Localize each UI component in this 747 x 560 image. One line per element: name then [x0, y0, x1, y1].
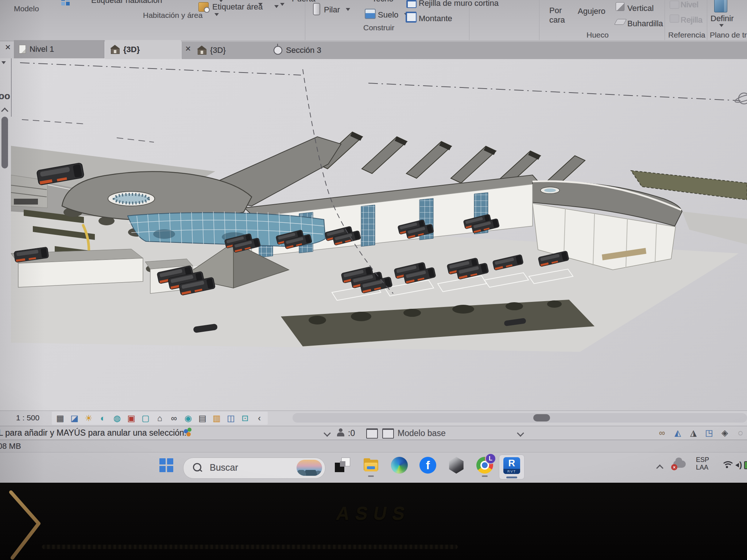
tab-seccion-3[interactable]: Sección 3: [274, 42, 321, 59]
scroll-up-icon[interactable]: [1, 108, 8, 115]
drag-elements-on-selection-icon[interactable]: ◈: [719, 427, 731, 439]
gem-app-icon[interactable]: [448, 457, 465, 474]
visual-style-icon[interactable]: ◪: [68, 412, 81, 424]
volume-icon[interactable]: [735, 461, 745, 469]
battery-icon[interactable]: [744, 461, 747, 469]
reveal-hidden-elements-icon[interactable]: ∞: [168, 412, 180, 424]
set-workplane-button[interactable]: Definir: [711, 14, 734, 23]
vertical-opening-button[interactable]: Vertical: [627, 4, 654, 13]
shadows-icon[interactable]: ◐: [97, 412, 109, 424]
start-button[interactable]: [159, 458, 173, 472]
chevron-down-icon[interactable]: [517, 429, 524, 437]
tab-3d-active[interactable]: {3D}: [105, 40, 181, 59]
horizontal-scrollbar[interactable]: [293, 413, 747, 423]
reveal-constraints-icon[interactable]: ▥: [210, 412, 223, 424]
ribbon-group-habitacion[interactable]: Habitación y área: [143, 11, 202, 20]
grid-button-disabled: Rejilla: [681, 15, 703, 25]
selection-filter-icon[interactable]: ◌: [734, 427, 747, 439]
select-elements-by-face-icon[interactable]: ◳: [703, 427, 715, 439]
render-icon[interactable]: ◍: [111, 412, 123, 424]
search-input[interactable]: Buscar: [183, 458, 325, 479]
sun-path-icon[interactable]: ☀: [82, 412, 95, 424]
view-control-icons: ▦◪☀◐◍▣▢⌂∞◉▤▥◫⊡‹: [52, 412, 268, 425]
worksets-icon[interactable]: [337, 428, 346, 437]
displacement-sets-icon[interactable]: ◫: [225, 412, 237, 424]
expand-view-bar-icon[interactable]: ‹: [253, 412, 266, 424]
ribbon-separator: [305, 0, 305, 40]
mullion-button[interactable]: Montante: [419, 14, 452, 23]
column-button[interactable]: Pilar: [324, 5, 340, 15]
revit-letter: R: [503, 457, 520, 469]
group-dropdown-arrow-icon[interactable]: [214, 13, 219, 16]
revit-ribbon: Etiquetar habitación Modelo Etiquetar ár…: [0, 0, 747, 41]
language-indicator[interactable]: ESP LAA: [696, 456, 709, 471]
task-view-button[interactable]: [334, 457, 351, 474]
hidden-icons-chevron[interactable]: [656, 464, 663, 472]
panel-dropdown-arrow-icon[interactable]: [1, 61, 6, 64]
file-explorer-icon[interactable]: [363, 457, 379, 474]
floor-button[interactable]: Suelo: [378, 10, 398, 20]
close-view-icon[interactable]: ×: [185, 44, 191, 53]
active-app-indicator: [506, 477, 517, 478]
section-box-icon[interactable]: ⊡: [239, 412, 251, 424]
home-3d-icon: [198, 49, 206, 55]
temporary-hide-isolate-icon[interactable]: ◉: [182, 412, 194, 424]
dropdown-arrow-icon[interactable]: [274, 5, 279, 8]
vertical-scrollbar-thumb[interactable]: [1, 117, 8, 168]
ribbon-separator: [665, 0, 665, 40]
windows-taskbar: Buscar f L R RVT ESP LAA: [0, 452, 747, 483]
edge-icon[interactable]: [391, 457, 408, 474]
ribbon-group-plano: Plano de trab: [710, 31, 747, 39]
shaft-button[interactable]: Agujero: [578, 7, 605, 16]
tab-label: Nivel 1: [30, 44, 54, 54]
select-pinned-elements-icon[interactable]: ◮: [687, 427, 700, 439]
status-sub-strip: 08 MB: [0, 440, 747, 452]
select-links-icon[interactable]: ∞: [656, 427, 668, 439]
view-control-bar: 1 : 500 ▦◪☀◐◍▣▢⌂∞◉▤▥◫⊡‹: [0, 411, 747, 426]
by-face-button[interactable]: Por cara: [549, 6, 575, 25]
tag-area-icon: [198, 2, 209, 12]
tab-3d-second[interactable]: {3D}: [198, 42, 226, 59]
default-3d-view-icon[interactable]: ⌂: [154, 412, 166, 424]
laptop-bezel: ASUS: [0, 483, 747, 560]
active-design-option[interactable]: Modelo base: [398, 428, 446, 438]
tag-room-button[interactable]: Etiquetar habitación: [91, 0, 162, 5]
wifi-icon[interactable]: [721, 461, 732, 469]
running-indicator: [482, 475, 488, 477]
search-icon: [193, 463, 201, 471]
selection-toggle-icons: ∞◭◮◳◈◌: [656, 427, 747, 439]
horizontal-scrollbar-thumb[interactable]: [533, 414, 550, 421]
model-3d-view[interactable]: [11, 55, 747, 411]
tab-nivel-1[interactable]: Nivel 1: [14, 40, 104, 58]
bezel-reflection: [6, 490, 53, 560]
tab-label: {3D}: [123, 45, 140, 54]
door-button[interactable]: Puerta: [292, 0, 316, 4]
close-view-icon[interactable]: ×: [5, 42, 11, 52]
roof-button[interactable]: Techo: [372, 0, 394, 4]
crop-view-icon[interactable]: ▣: [125, 412, 138, 424]
main-model-icon[interactable]: [382, 428, 394, 439]
chrome-icon[interactable]: L: [476, 457, 493, 474]
onedrive-error-icon[interactable]: [673, 460, 686, 468]
facebook-letter: f: [426, 459, 430, 472]
analytical-model-icon[interactable]: ▤: [196, 412, 209, 424]
ribbon-group-referencia: Referencia: [668, 31, 705, 39]
curtain-grid-button[interactable]: Rejilla de muro cortina: [419, 0, 499, 8]
scale-button[interactable]: 1 : 500: [16, 413, 39, 422]
design-options-icon[interactable]: [366, 428, 378, 439]
revit-taskbar-button[interactable]: R RVT: [499, 455, 525, 479]
set-workplane-icon: [714, 0, 727, 12]
tag-area-button[interactable]: Etiquetar área: [212, 2, 263, 12]
select-underlay-elements-icon[interactable]: ◭: [671, 427, 684, 439]
tag-room-icon: [61, 0, 70, 6]
dropdown-arrow-icon[interactable]: [280, 3, 285, 6]
dormer-button[interactable]: Buhardilla: [627, 19, 663, 28]
detail-level-icon[interactable]: ▦: [54, 412, 66, 424]
chevron-down-icon[interactable]: [324, 429, 331, 437]
facebook-icon[interactable]: f: [419, 457, 436, 474]
dropdown-arrow-icon[interactable]: [719, 24, 724, 27]
drawing-canvas[interactable]: oo: [0, 58, 747, 411]
dropdown-arrow-icon[interactable]: [258, 3, 263, 6]
dropdown-arrow-icon[interactable]: [346, 8, 350, 11]
crop-region-icon[interactable]: ▢: [139, 412, 152, 424]
